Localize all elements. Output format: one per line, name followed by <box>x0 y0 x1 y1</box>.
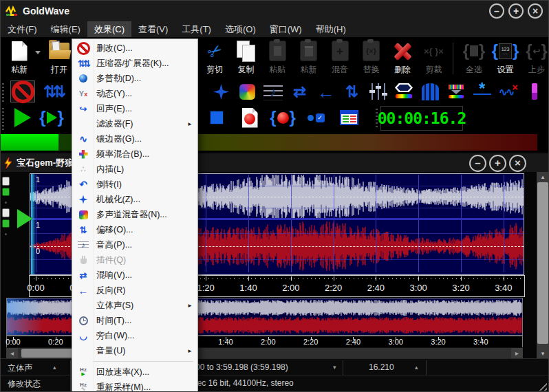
format-info: lec 16 bit, 44100Hz, stereo <box>195 378 294 388</box>
close-button[interactable]: × <box>528 3 543 19</box>
selection-dropdown-icon[interactable]: ▾ <box>333 364 336 371</box>
pipe-organ-button[interactable] <box>418 80 442 102</box>
effects-menu-item-reverse[interactable]: ←反向(R) <box>72 283 197 298</box>
effects-menu-item-sub-20[interactable]: 音量(U)► <box>72 343 197 358</box>
spectrum-partial-button[interactable] <box>522 80 547 102</box>
volume-fader-knob[interactable] <box>2 219 10 228</box>
reverb-button[interactable]: ⇄ <box>287 80 312 102</box>
menubar-item-3[interactable]: 查看(V) <box>131 21 175 37</box>
clipboard-paste-button[interactable]: 粘贴 <box>261 39 293 76</box>
vertical-scrollbar[interactable]: ▴ ▾ <box>537 172 549 358</box>
scroll-left-button[interactable]: ◂ <box>6 348 18 358</box>
page-new-button[interactable]: 粘新 <box>3 39 35 76</box>
effects-menu-item-interpolate[interactable]: ∴内插(L) <box>72 162 197 177</box>
channel-mode-arrow-icon[interactable]: ▴ <box>53 364 56 371</box>
sound-maximize-button[interactable]: + <box>489 155 506 172</box>
select-all-button[interactable]: {}全选 <box>458 39 490 76</box>
control-properties-button[interactable] <box>334 105 364 131</box>
effects-menu-item-mechanize[interactable]: 机械化(Z)... <box>72 192 197 207</box>
effects-menu-item-pitch[interactable]: ♪音高(P)... <box>72 237 197 252</box>
effects-menu-item-time[interactable]: 时间(T)... <box>72 313 197 328</box>
menubar-item-7[interactable]: 帮助(H) <box>309 21 353 37</box>
clipboard-paste-new-button[interactable]: 粘新 <box>293 39 325 76</box>
volume-fader-knob[interactable] <box>2 188 10 196</box>
scissors-button[interactable]: ✂剪切 <box>199 39 230 76</box>
folder-open-button[interactable]: 打开 <box>43 39 75 76</box>
effects-menu-item-sub-5[interactable]: 滤波器(F)► <box>72 116 197 131</box>
menubar-item-1[interactable]: 编辑(E) <box>44 21 87 37</box>
click-repair-button[interactable]: * <box>470 80 495 102</box>
spectrum-filter-button[interactable] <box>444 80 469 102</box>
record-button[interactable]: {} <box>268 105 298 131</box>
mechanize-button[interactable] <box>208 80 233 102</box>
effects-menu-item-no-entry[interactable]: 删改(C)... <box>72 41 197 56</box>
doppler-icon <box>76 72 91 85</box>
compressor-button[interactable]: ⇅⇅ <box>41 80 65 102</box>
effects-menu-item-frequency-blend[interactable]: 频率混合(B)... <box>72 146 197 162</box>
balance-fader-knob[interactable] <box>2 177 10 186</box>
effects-menu-item-echo[interactable]: ↪回声(E)... <box>72 101 197 116</box>
reverse-button[interactable]: ← <box>313 80 338 102</box>
menubar-item-0[interactable]: 文件(F) <box>1 21 44 37</box>
noise-reduction-button[interactable]: ∿∿× <box>496 80 521 102</box>
record-options-button[interactable]: ✓ <box>301 105 331 131</box>
dropdown-chevron-icon[interactable] <box>35 51 41 54</box>
effects-menu-item-dynamics[interactable]: Yx动态(Y)... <box>72 86 197 101</box>
menubar-item-6[interactable]: 窗口(W) <box>263 21 309 37</box>
toolbar-grip[interactable] <box>2 83 4 102</box>
record-options-icon: ✓ <box>308 113 325 122</box>
clipboard-mix-button[interactable]: +混音 <box>324 39 356 76</box>
playback-marker[interactable] <box>17 209 32 228</box>
set-selection-button[interactable]: {123∙∙∙}设置 <box>490 39 521 76</box>
effects-menu-item-offset[interactable]: ⇅偏移(O)... <box>72 222 197 237</box>
selection-range-value[interactable]: 00 to 3:59.198 (3:59.198) <box>195 362 288 372</box>
effects-menu-item-invert[interactable]: ↶倒转(I) <box>72 177 197 192</box>
effects-menu-item-flanger[interactable]: ∿镶边器(G)... <box>72 131 197 146</box>
channel-mode-label[interactable]: 立体声 <box>8 362 32 374</box>
no-entry-button[interactable] <box>10 80 35 102</box>
resize-grip[interactable] <box>537 380 547 391</box>
menubar-item-2[interactable]: 效果(C) <box>87 21 131 37</box>
balance-fader-knob[interactable] <box>2 208 10 217</box>
equalizer-button[interactable] <box>365 80 390 102</box>
overview-selection-highlight <box>7 298 43 335</box>
pitch-button[interactable]: ♪ <box>261 80 286 102</box>
position-value[interactable]: 16.210 <box>369 362 394 372</box>
stop-button[interactable] <box>202 105 232 131</box>
effects-menu-item-reverb[interactable]: ⇄混响(V)... <box>72 268 197 283</box>
delete-x-button[interactable]: 删除 <box>387 39 418 76</box>
toolbar-grip[interactable] <box>2 107 4 130</box>
effects-menu-item-compressor[interactable]: ⇅⇅压缩器/扩展器(K)... <box>72 56 197 71</box>
effects-menu-item-doppler[interactable]: 多普勒(D)... <box>72 71 197 86</box>
previous-step-button[interactable]: {↩}上步 <box>521 39 549 76</box>
copy-button[interactable]: 复制 <box>230 39 262 76</box>
scrollbar-thumb[interactable] <box>537 182 548 344</box>
maximize-button[interactable]: + <box>508 3 524 19</box>
effects-menu-item-sub-17[interactable]: 立体声(S)► <box>72 298 197 313</box>
effects-menu-item-playback-rate[interactable]: Hz▶回放速率(X)... <box>72 364 197 380</box>
trim-button[interactable]: ×{ }×剪裁 <box>418 39 450 76</box>
sound-close-button[interactable]: × <box>509 155 526 172</box>
loop-play-button[interactable]: {} <box>36 105 67 131</box>
menubar-item-4[interactable]: 工具(T) <box>175 21 218 37</box>
clipboard-replace-button[interactable]: {×}替换 <box>356 39 387 76</box>
sound-minimize-button[interactable]: – <box>469 155 486 172</box>
position-arrow-icon[interactable]: ▴ <box>415 364 418 371</box>
offset-button[interactable]: ⇅ <box>339 80 364 102</box>
effects-menu-item-plugin[interactable]: 插件(Q) <box>72 252 197 268</box>
play-button[interactable] <box>8 105 38 131</box>
goldwave-app-window: GoldWave – + × 文件(F)编辑(E)效果(C)查看(V)工具(T)… <box>0 0 549 392</box>
record-new-button[interactable] <box>235 105 265 131</box>
minimize-button[interactable]: – <box>489 3 504 19</box>
effects-menu-item-resample[interactable]: Hz∿重新采样(M)... <box>72 380 197 392</box>
scroll-up-button[interactable]: ▴ <box>537 172 549 182</box>
scroll-down-button[interactable]: ▾ <box>537 349 549 358</box>
effects-menu-item-multichannel-mixer[interactable]: 多声道混音器(N)... <box>72 207 197 222</box>
multichannel-mixer-button[interactable] <box>235 80 259 102</box>
filter-hexagon-button[interactable] <box>391 80 416 102</box>
filter-hexagon-icon <box>395 83 413 100</box>
scroll-right-button[interactable]: ▸ <box>511 348 523 358</box>
effects-menu-item-voice-over[interactable]: ◡旁白(W)... <box>72 328 197 343</box>
multichannel-mixer-icon <box>239 84 255 100</box>
menubar-item-5[interactable]: 选项(O) <box>218 21 263 37</box>
